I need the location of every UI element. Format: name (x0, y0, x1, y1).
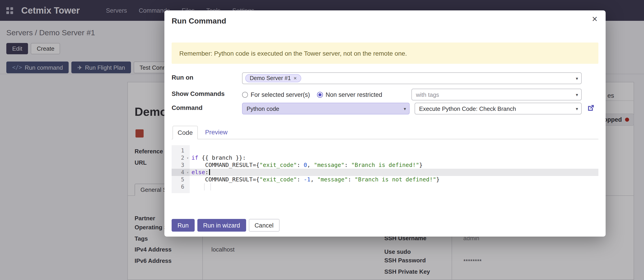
radio-label: For selected server(s) (251, 91, 310, 98)
external-link-icon[interactable] (587, 104, 595, 112)
code-line[interactable]: COMMAND_RESULT={"exit_code": 0, "message… (190, 162, 598, 169)
radio-icon (242, 92, 248, 98)
text-cursor (209, 169, 210, 175)
tags-placeholder: with tags (416, 91, 439, 98)
run-command-modal: Run Command × Remember: Python code is e… (164, 11, 606, 237)
server-tag-chip: Demo Server #1 × (245, 74, 301, 82)
code-line[interactable]: else: (190, 169, 598, 176)
run-on-label: Run on (172, 74, 193, 81)
show-commands-label: Show Commands (172, 90, 225, 97)
modal-tabs: Code Preview (172, 126, 598, 139)
run-on-field[interactable]: Demo Server #1 × ▾ (242, 72, 582, 84)
close-icon[interactable]: × (592, 14, 598, 24)
gutter-line-number: 3 (172, 162, 190, 169)
radio-non-server-restricted[interactable]: Non server restricted (317, 91, 382, 98)
code-line[interactable]: if {{ branch }}: (190, 154, 598, 162)
command-label: Command (172, 104, 202, 111)
fold-icon[interactable]: ▾ (186, 155, 189, 162)
gutter-line-number: 5 (172, 176, 190, 183)
cancel-button[interactable]: Cancel (248, 219, 279, 232)
command-select[interactable]: Execute Python Code: Check Branch ▾ (414, 103, 582, 114)
run-button[interactable]: Run (172, 219, 195, 232)
radio-checked-icon (317, 92, 323, 98)
command-type-value: Python code (246, 105, 279, 112)
alert-text: Remember: Python code is executed on the… (179, 50, 407, 57)
code-lines: if {{ branch }}: COMMAND_RESULT={"exit_c… (190, 145, 598, 193)
server-tag-label: Demo Server #1 (250, 75, 291, 81)
radio-label: Non server restricted (326, 91, 382, 98)
chevron-down-icon: ▾ (576, 92, 581, 97)
command-type-select[interactable]: Python code ▾ (242, 103, 410, 114)
chevron-down-icon: ▾ (404, 106, 409, 111)
code-editor[interactable]: 12▾34▾56 if {{ branch }}: COMMAND_RESULT… (172, 145, 598, 193)
gutter-line-number: 1 (172, 147, 190, 154)
tab-preview[interactable]: Preview (202, 126, 230, 139)
tags-filter-select[interactable]: with tags ▾ (412, 89, 582, 100)
gutter-line-number: 6 (172, 183, 190, 190)
editor-gutter: 12▾34▾56 (172, 145, 190, 193)
gutter-line-number: 4▾ (172, 169, 190, 176)
run-in-wizard-button[interactable]: Run in wizard (197, 219, 246, 232)
chevron-down-icon: ▾ (576, 76, 581, 81)
fold-icon[interactable]: ▾ (186, 169, 189, 176)
radio-for-selected-servers[interactable]: For selected server(s) (242, 91, 310, 98)
chevron-down-icon: ▾ (576, 106, 581, 111)
alert-banner: Remember: Python code is executed on the… (172, 43, 598, 64)
viewport: Cetmix Tower ServersCommandsFilesToolsSe… (0, 0, 644, 280)
code-line[interactable] (190, 147, 598, 154)
tab-code[interactable]: Code (172, 126, 198, 139)
modal-title: Run Command (172, 17, 226, 26)
remove-tag-icon[interactable]: × (294, 75, 297, 81)
command-value: Execute Python Code: Check Branch (419, 105, 516, 112)
code-line[interactable]: COMMAND_RESULT={"exit_code": -1, "messag… (190, 176, 598, 183)
app-root: Cetmix Tower ServersCommandsFilesToolsSe… (0, 0, 644, 280)
code-line[interactable] (190, 183, 598, 190)
modal-footer: Run Run in wizard Cancel (172, 219, 279, 232)
gutter-line-number: 2▾ (172, 154, 190, 162)
